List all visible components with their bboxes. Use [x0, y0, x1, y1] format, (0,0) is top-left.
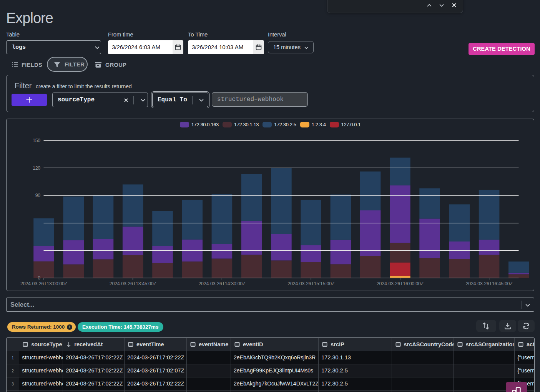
svg-text:150: 150	[33, 138, 40, 143]
svg-text:2024-03-26T13:45:00Z: 2024-03-26T13:45:00Z	[110, 281, 157, 286]
svg-text:2024-03-26T14:30:00Z: 2024-03-26T14:30:00Z	[198, 281, 246, 286]
svg-text:2024-03-26T16:00:00Z: 2024-03-26T16:00:00Z	[377, 281, 424, 286]
svg-text:2024-03-26T16:45:00Z: 2024-03-26T16:45:00Z	[466, 281, 513, 286]
svg-text:90: 90	[35, 193, 41, 198]
svg-text:120: 120	[33, 165, 40, 171]
svg-text:0: 0	[38, 275, 40, 281]
svg-text:2024-03-26T15:15:00Z: 2024-03-26T15:15:00Z	[287, 281, 335, 286]
svg-text:2024-03-26T13:00:00Z: 2024-03-26T13:00:00Z	[20, 281, 68, 286]
